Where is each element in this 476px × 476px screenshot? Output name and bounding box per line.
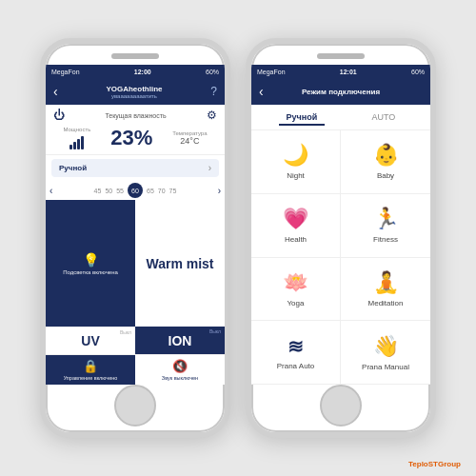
header-title-area-1: YOGAheothline увааааааааатить [58,85,211,99]
carrier-2: MegaFon [257,69,286,75]
baby-label: Baby [377,171,394,180]
speed-65[interactable]: 65 [147,188,154,194]
uv-off-label: Выкл [120,329,131,335]
phone-2-header: ‹ Режим подключения [251,78,430,105]
bar1 [69,145,72,149]
mode-meditation[interactable]: 🧘 Meditation [341,258,430,322]
sound-cell[interactable]: 🔇 Звук выключен [135,355,225,385]
meditation-label: Meditation [368,299,404,307]
prana-auto-icon: ≋ [288,335,304,358]
speed-75[interactable]: 75 [169,188,177,194]
help-icon-1[interactable]: ? [210,85,217,98]
bulb-icon: 💡 [83,252,99,268]
top-bar-1: ⏻ Текущая влажность ⚙ [46,105,225,124]
phone-2: MegaFon 12:01 60% ‹ Режим подключения Ру… [246,38,436,438]
watermark-suffix: Group [438,460,461,468]
health-label: Health [285,235,307,244]
backlight-cell[interactable]: 💡 Подсветка включена [46,200,135,327]
battery-1: 60% [206,69,219,75]
bar4 [81,136,84,149]
tab-manual[interactable]: Ручной [279,110,326,126]
mode-label: Ручной [59,164,87,172]
bar2 [73,142,76,149]
speed-items: 45 50 55 60 65 70 75 [94,183,177,198]
phone-1-header: ‹ YOGAheothline увааааааааатить ? [46,78,225,105]
lock-icon: 🔒 [83,359,98,373]
mode-arrow-icon: › [208,163,211,173]
ion-off-label: Выкл [209,328,221,334]
phone-2-status-bar: MegaFon 12:01 60% [251,65,430,78]
baby-icon: 👶 [373,143,399,168]
mode-yoga[interactable]: 🪷 Yoga [251,258,341,322]
watermark: TeploSTGroup [408,460,461,468]
mode-health[interactable]: 💗 Health [251,194,341,258]
mode-tabs: Ручной AUTO [251,105,430,130]
tab-auto[interactable]: AUTO [365,110,404,126]
humidity-value: 23% [110,126,152,150]
power-icon-1[interactable]: ⏻ [53,109,65,122]
speed-prev-button[interactable]: ‹ [50,186,52,196]
uv-cell[interactable]: Выкл UV [46,327,135,354]
warm-mist-label: Warm mist [146,256,213,271]
prana-manual-label: Prana Manual [362,363,409,371]
speed-row: ‹ 45 50 55 60 65 70 75 › [46,181,225,200]
speed-70[interactable]: 70 [158,188,166,194]
phone-1-status-bar: MegaFon 12:00 60% [46,65,225,78]
power-meta: Мощность [63,127,90,149]
sound-icon: 🔇 [172,359,188,373]
mode-fitness[interactable]: 🏃 Fitness [341,194,430,258]
watermark-brand: ST [428,460,438,468]
phone-1-screen: MegaFon 12:00 60% ‹ YOGAheothline уваааа… [46,65,225,385]
uv-label: UV [81,333,99,348]
phone-1: MegaFon 12:00 60% ‹ YOGAheothline уваааа… [40,38,230,438]
time-1: 12:00 [134,69,151,75]
health-icon: 💗 [283,207,308,231]
warm-mist-cell[interactable]: Warm mist [135,200,225,327]
mode-baby[interactable]: 👶 Baby [341,130,430,194]
mode-prana-auto[interactable]: ≋ Prana Auto [251,321,341,385]
prana-manual-icon: 👋 [373,334,399,359]
sound-label: Звук выключен [162,375,198,381]
back-button-2[interactable]: ‹ [259,84,264,99]
scene: MegaFon 12:00 60% ‹ YOGAheothline уваааа… [0,0,476,476]
bar3 [77,139,80,149]
humidity-section: Мощность 23% Температура 24°C [46,124,225,155]
speed-55[interactable]: 55 [116,188,124,194]
watermark-prefix: Teplo [408,460,428,468]
speed-next-button[interactable]: › [218,186,221,196]
phone-2-screen: MegaFon 12:01 60% ‹ Режим подключения Ру… [251,65,430,385]
app-subtitle-1: увааааааааатить [58,93,211,99]
yoga-icon: 🪷 [283,270,308,295]
temp-value: 24°C [180,136,199,146]
bottom-controls: 🔒 Управление включено 🔇 Звук выключен [46,354,225,385]
yoga-label: Yoga [288,299,305,307]
mode-bar[interactable]: Ручной › [51,159,219,177]
fitness-label: Fitness [373,235,398,244]
app-title-1: YOGAheothline [58,85,211,93]
current-humidity-label: Текущая влажность [65,112,207,119]
mode-night[interactable]: 🌙 Night [251,130,341,194]
night-icon: 🌙 [283,143,308,168]
ion-cell[interactable]: Выкл ION [135,327,225,354]
speed-60[interactable]: 60 [128,183,143,198]
backlight-label: Подсветка включена [63,269,118,275]
speed-50[interactable]: 50 [105,188,112,194]
uv-ion-row: Выкл UV Выкл ION [46,327,225,354]
lock-cell[interactable]: 🔒 Управление включено [46,355,135,385]
ion-label: ION [169,333,192,348]
lock-label: Управление включено [64,375,118,381]
mode-prana-manual[interactable]: 👋 Prana Manual [341,321,430,385]
prana-auto-label: Prana Auto [277,362,315,370]
time-2: 12:01 [340,69,357,75]
fitness-icon: 🏃 [373,207,399,231]
speed-45[interactable]: 45 [94,188,102,194]
battery-2: 60% [411,69,425,75]
p2-title: Режим подключения [302,88,380,96]
night-label: Night [287,171,305,180]
signal-bars [69,132,84,149]
controls-grid: 💡 Подсветка включена Warm mist [46,200,225,327]
gear-icon-1[interactable]: ⚙ [207,109,217,122]
carrier-1: MegaFon [51,69,80,75]
meditation-icon: 🧘 [373,270,399,295]
mode-grid: 🌙 Night 👶 Baby 💗 Health 🏃 Fitness 🪷 [251,130,430,385]
